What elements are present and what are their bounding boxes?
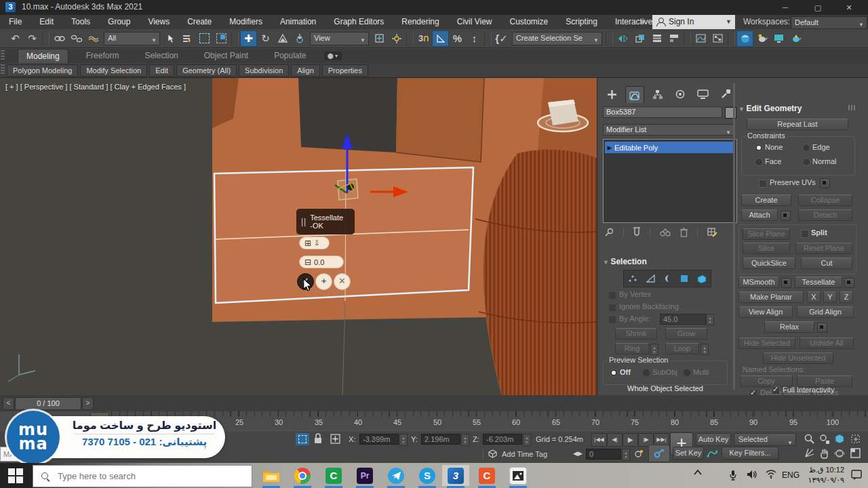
panel-edit[interactable]: Edit [149, 64, 174, 77]
make-planar-y-button[interactable]: Y [823, 291, 837, 303]
caddy-type-dropdown[interactable]: ⊞ ⇩ [299, 237, 330, 249]
preserve-uvs-checkbox[interactable] [759, 180, 767, 188]
by-angle-field[interactable]: 45.0 [660, 314, 706, 325]
select-and-manipulate-icon[interactable] [388, 30, 405, 47]
caddy-apply-button[interactable]: + [315, 273, 332, 290]
set-keys-button[interactable] [648, 445, 670, 462]
pan-hand-icon[interactable] [819, 448, 833, 460]
ribbon-grip[interactable] [1, 64, 5, 75]
attach-settings-button[interactable] [781, 211, 791, 221]
caddy-cancel-button[interactable]: ✕ [334, 273, 351, 290]
panel-align[interactable]: Align [291, 64, 319, 77]
select-and-link-icon[interactable] [51, 30, 68, 47]
hierarchy-tab-icon[interactable] [649, 86, 667, 102]
hide-unselected-button[interactable]: Hide Unselected [763, 352, 833, 364]
menu-views[interactable]: Views [139, 15, 178, 29]
zoom-icon[interactable] [804, 434, 818, 446]
3ds-max-taskbar-icon[interactable]: 3 [442, 465, 469, 486]
skype-icon[interactable]: S [414, 465, 441, 486]
expand-arrow-icon[interactable]: ▶ [605, 144, 614, 151]
bind-to-space-warp-icon[interactable] [85, 30, 102, 47]
preview-subobj-radio[interactable] [642, 369, 650, 377]
x-spinner[interactable]: ▲▼ [399, 434, 408, 446]
make-planar-button[interactable]: Make Planar [738, 291, 804, 303]
edit-geometry-rollout-header[interactable]: ▼ Edit Geometry [738, 104, 802, 113]
border-subobject-icon[interactable] [663, 274, 671, 283]
material-editor-icon[interactable] [736, 30, 753, 47]
create-tab-icon[interactable] [603, 86, 620, 102]
menu-customize[interactable]: Customize [501, 15, 557, 29]
previous-key-button[interactable]: ◀| [607, 433, 623, 447]
select-and-move-icon[interactable]: ✚ [240, 30, 257, 47]
relax-button[interactable]: Relax [764, 321, 814, 333]
menu-edit[interactable]: Edit [31, 15, 62, 29]
edge-subobject-icon[interactable] [646, 274, 655, 283]
taskbar-clock[interactable]: 10:12 ق.ظ ۱۳۹۹/۰۹/۰۹ [802, 465, 844, 485]
cut-button[interactable]: Cut [801, 258, 852, 269]
ribbon-grip[interactable] [1, 50, 5, 61]
selection-lock-toggle-icon[interactable] [313, 433, 323, 445]
selection-rollout-header[interactable]: ▼ Selection [603, 257, 647, 266]
preview-off-radio[interactable] [610, 369, 618, 377]
full-interactivity-checkbox[interactable] [772, 386, 780, 394]
key-mode-toggle-icon[interactable] [707, 448, 717, 458]
zoom-all-icon[interactable] [819, 434, 833, 446]
key-mode-dropdown[interactable]: Selected▼ [734, 433, 796, 446]
notification-center-icon[interactable] [851, 470, 863, 481]
make-planar-z-button[interactable]: Z [840, 291, 853, 303]
workspace-dropdown[interactable]: Default▼ [791, 16, 867, 29]
close-button[interactable]: ✕ [834, 0, 864, 15]
select-and-scale-icon[interactable] [274, 30, 291, 47]
x-coordinate-field[interactable]: -3.399m [359, 434, 399, 445]
microphone-icon[interactable] [729, 470, 741, 481]
edit-named-selection-sets-icon[interactable]: {✓ [493, 30, 510, 47]
unhide-all-button[interactable]: Unhide All [800, 338, 854, 349]
split-checkbox[interactable] [801, 230, 809, 238]
repeat-last-button[interactable]: Repeat Last [747, 119, 848, 130]
panel-scrollbar[interactable] [733, 83, 735, 390]
menu-modifiers[interactable]: Modifiers [220, 15, 271, 29]
modify-tab-icon[interactable] [625, 86, 644, 103]
absolute-offset-mode-toggle-icon[interactable] [330, 433, 341, 445]
telegram-icon[interactable] [382, 465, 410, 486]
key-filters-button[interactable]: Key Filters... [722, 447, 778, 460]
key-default-in-out-icon[interactable] [633, 449, 644, 459]
frame-nudge-icon[interactable]: ◀▶ [573, 450, 583, 457]
menu-group[interactable]: Group [99, 15, 139, 29]
current-frame-field[interactable]: 0 [586, 449, 621, 460]
maximize-button[interactable]: ▢ [803, 0, 833, 15]
vertex-subobject-icon[interactable] [628, 274, 637, 283]
z-coordinate-field[interactable]: -6.203m [483, 434, 522, 445]
sign-in-button[interactable]: Sign In ▼ [652, 15, 735, 29]
menu-file[interactable]: File [0, 15, 31, 29]
window-crossing-icon[interactable] [213, 30, 230, 47]
shrink-button[interactable]: Shrink [615, 328, 657, 340]
motion-tab-icon[interactable] [671, 86, 689, 102]
schematic-view-icon[interactable] [709, 30, 726, 47]
z-spinner[interactable]: ▲▼ [523, 434, 531, 446]
y-spinner[interactable]: ▲▼ [461, 434, 469, 446]
premiere-pro-icon[interactable]: Pr [351, 465, 378, 486]
field-of-view-icon[interactable] [804, 448, 818, 460]
grow-button[interactable]: Grow [665, 328, 707, 340]
panel-modify-selection[interactable]: Modify Selection [80, 64, 147, 77]
constraint-normal-radio[interactable] [802, 158, 810, 166]
next-frame-button[interactable]: > [82, 397, 94, 410]
ring-spinner[interactable]: ▲▼ [650, 344, 658, 355]
ribbon-tab-populate[interactable]: Populate [266, 49, 314, 62]
remove-modifier-icon[interactable] [680, 228, 688, 237]
selection-filter-dropdown[interactable]: All▼ [104, 32, 160, 45]
ribbon-tab-object-paint[interactable]: Object Paint [196, 49, 256, 62]
slice-button[interactable]: Slice [743, 243, 790, 254]
preview-multi-radio[interactable] [683, 369, 691, 377]
modifier-list-dropdown[interactable]: Modifier List▼ [603, 124, 734, 136]
zoom-extents-icon[interactable] [834, 434, 848, 446]
hide-selected-button[interactable]: Hide Selected [738, 338, 795, 349]
menu-animation[interactable]: Animation [271, 15, 325, 29]
file-explorer-icon[interactable] [258, 465, 285, 486]
tessellate-button[interactable]: Tessellate [795, 277, 842, 288]
panel-subdivision[interactable]: Subdivision [239, 64, 289, 77]
align-icon[interactable] [631, 30, 648, 47]
menu-graph-editors[interactable]: Graph Editors [325, 15, 393, 29]
minimize-button[interactable]: ─ [770, 0, 800, 15]
